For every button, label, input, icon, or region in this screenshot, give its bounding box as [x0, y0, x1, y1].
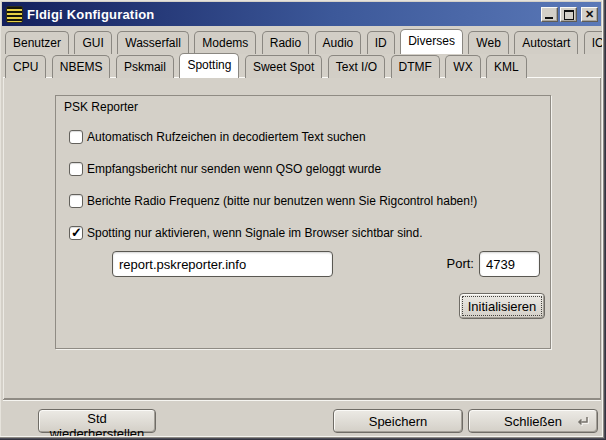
tab-diverses[interactable]: Diverses — [400, 29, 463, 54]
checkbox-icon[interactable] — [69, 162, 83, 176]
tab-web[interactable]: Web — [468, 31, 508, 54]
tab-audio[interactable]: Audio — [315, 31, 362, 54]
window-title: Fldigi Konfiguration — [27, 7, 541, 22]
tab-spotting[interactable]: Spotting — [179, 53, 239, 78]
tab-pskmail[interactable]: Pskmail — [116, 55, 174, 78]
minimize-icon — [545, 17, 553, 19]
titlebar[interactable]: Fldigi Konfiguration ✕ — [2, 2, 601, 26]
minimize-button[interactable] — [541, 7, 558, 22]
maximize-button[interactable] — [560, 7, 577, 22]
tab-io[interactable]: IO — [584, 31, 606, 54]
checkbox-auto-callsign[interactable]: Automatisch Rufzeichen in decodiertem Te… — [69, 129, 366, 145]
checkbox-icon[interactable] — [69, 130, 83, 144]
restore-defaults-button[interactable]: Std wiederherstellen — [38, 409, 156, 433]
tab-kml[interactable]: KML — [486, 55, 527, 78]
tab-wasserfall[interactable]: Wasserfall — [117, 31, 189, 54]
tab-wx[interactable]: WX — [445, 55, 480, 78]
tab-gui[interactable]: GUI — [74, 31, 111, 54]
checkbox-report-frequency[interactable]: Berichte Radio Frequenz (bitte nur benut… — [69, 193, 477, 209]
group-title: PSK Reporter — [64, 100, 138, 114]
checkbox-icon[interactable] — [69, 226, 83, 240]
window-controls: ✕ — [541, 7, 598, 22]
initialize-button[interactable]: Initialisieren — [459, 293, 545, 319]
maximize-icon — [564, 10, 574, 20]
fldigi-configuration-window: Fldigi Konfiguration ✕ Benutzer GUI Wass… — [0, 0, 606, 440]
footer-bar: Std wiederherstellen Speichern Schließen — [3, 399, 601, 437]
tab-autostart[interactable]: Autostart — [514, 31, 578, 54]
tab-bar-main: Benutzer GUI Wasserfall Modems Radio Aud… — [5, 29, 600, 53]
tab-modems[interactable]: Modems — [194, 31, 256, 54]
checkbox-label: Automatisch Rufzeichen in decodiertem Te… — [83, 130, 366, 144]
checkbox-spot-when-visible[interactable]: Spotting nur aktivieren, wenn Signale im… — [69, 225, 423, 241]
close-icon: ✕ — [582, 8, 597, 21]
checkbox-label: Empfangsbericht nur senden wenn QSO gelo… — [83, 162, 381, 176]
close-dialog-button[interactable]: Schließen — [468, 409, 598, 433]
tab-id[interactable]: ID — [367, 31, 395, 54]
enter-key-icon — [573, 415, 590, 428]
tab-radio[interactable]: Radio — [262, 31, 309, 54]
port-input[interactable] — [479, 251, 540, 277]
checkbox-label: Berichte Radio Frequenz (bitte nur benut… — [83, 194, 477, 208]
tab-sweet-spot[interactable]: Sweet Spot — [245, 55, 322, 78]
tab-benutzer[interactable]: Benutzer — [5, 31, 69, 54]
tab-dtmf[interactable]: DTMF — [391, 55, 440, 78]
checkbox-report-only-logged[interactable]: Empfangsbericht nur senden wenn QSO gelo… — [69, 161, 381, 177]
close-button[interactable]: ✕ — [581, 7, 598, 22]
host-input[interactable] — [112, 251, 333, 277]
port-label: Port: — [414, 251, 474, 277]
close-dialog-label: Schließen — [504, 414, 562, 429]
save-button[interactable]: Speichern — [333, 409, 463, 433]
tab-bar-diverses: CPU NBEMS Pskmail Spotting Sweet Spot Te… — [5, 53, 600, 77]
checkbox-label: Spotting nur aktivieren, wenn Signale im… — [83, 226, 423, 240]
tab-cpu[interactable]: CPU — [5, 55, 46, 78]
checkbox-icon[interactable] — [69, 194, 83, 208]
psk-reporter-group: PSK Reporter Automatisch Rufzeichen in d… — [55, 95, 551, 349]
fldigi-logo-icon — [6, 6, 23, 23]
tab-nbems[interactable]: NBEMS — [52, 55, 111, 78]
tab-text-io[interactable]: Text I/O — [328, 55, 385, 78]
